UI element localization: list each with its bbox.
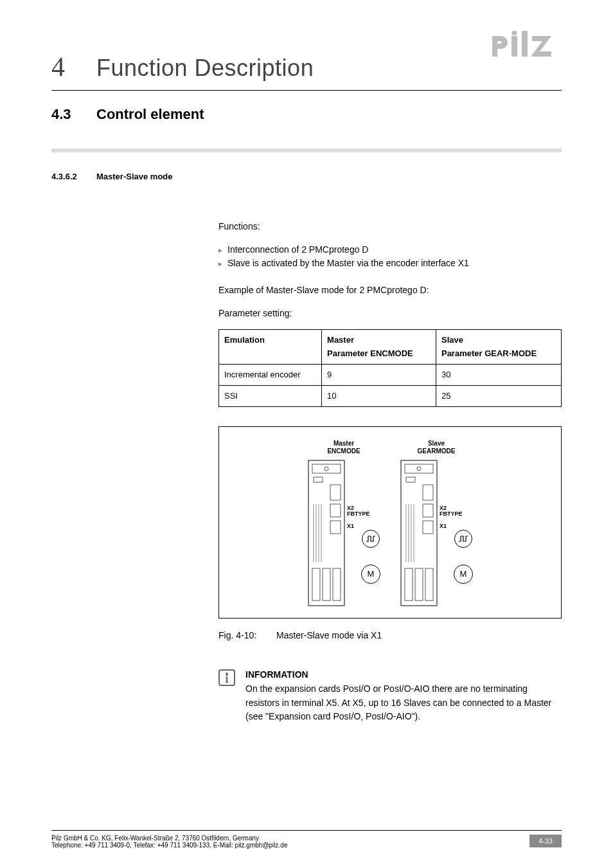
cell: Incremental encoder — [219, 364, 322, 385]
functions-label: Functions: — [218, 220, 562, 234]
info-heading: INFORMATION — [245, 668, 562, 682]
svg-rect-20 — [406, 477, 415, 482]
list-item: Slave is activated by the Master via the… — [218, 257, 562, 271]
svg-rect-23 — [423, 521, 433, 534]
svg-point-1 — [512, 31, 517, 35]
svg-rect-30 — [425, 568, 433, 601]
svg-rect-9 — [330, 521, 341, 534]
cell: 10 — [322, 385, 436, 406]
list-item: Interconnection of 2 PMCprotego D — [218, 243, 562, 257]
cell: SSI — [219, 385, 322, 406]
svg-rect-8 — [330, 504, 341, 517]
divider-bar — [51, 149, 562, 152]
function-bullets: Interconnection of 2 PMCprotego D Slave … — [218, 243, 562, 271]
motor-icon: M — [361, 565, 380, 584]
cell: 9 — [322, 364, 436, 385]
svg-rect-14 — [312, 568, 320, 601]
info-text: On the expansion cards PosI/O or PosI/O-… — [245, 682, 562, 724]
figure-diagram: MasterENCMODE — [218, 426, 562, 619]
svg-rect-16 — [333, 568, 341, 601]
svg-rect-18 — [405, 464, 433, 473]
encoder-pulse-icon — [362, 530, 380, 548]
svg-rect-2 — [522, 31, 528, 57]
section-heading: 4.3 Control element — [51, 106, 562, 123]
table-row: Incremental encoder 9 30 — [219, 364, 562, 385]
slave-label: SlaveGEARMODE — [418, 440, 456, 455]
x1-label: X1 — [347, 523, 354, 529]
chapter-number: 4 — [51, 51, 96, 82]
page-number: 4-33 — [529, 835, 562, 847]
information-box: i INFORMATION On the expansion cards Pos… — [218, 668, 562, 733]
th-master: Master Parameter ENCMODE — [322, 330, 436, 364]
svg-rect-28 — [405, 568, 413, 601]
svg-rect-21 — [423, 485, 433, 500]
section-number: 4.3 — [51, 106, 96, 123]
subsection-title: Master-Slave mode — [96, 172, 173, 181]
svg-rect-0 — [511, 36, 517, 57]
x1-label: X1 — [440, 523, 447, 529]
page-footer: Pilz GmbH & Co. KG, Felix-Wankel-Straße … — [51, 830, 562, 849]
th-emulation: Emulation — [219, 330, 322, 364]
chapter-title: Function Description — [96, 55, 314, 82]
motor-icon: M — [454, 565, 473, 584]
svg-rect-6 — [314, 477, 323, 482]
chapter-header: 4 Function Description — [51, 51, 562, 91]
subsection-heading: 4.3.6.2 Master-Slave mode — [51, 172, 562, 181]
param-label: Parameter setting: — [218, 307, 562, 321]
subsection-number: 4.3.6.2 — [51, 172, 96, 181]
table-row: SSI 10 25 — [219, 385, 562, 406]
x2-fbtype-label: X2 FBTYPE — [440, 505, 463, 517]
brand-logo — [491, 31, 562, 63]
svg-rect-4 — [312, 464, 341, 473]
master-label: MasterENCMODE — [327, 440, 360, 455]
section-title: Control element — [96, 106, 204, 123]
device-icon — [400, 459, 438, 607]
device-icon — [307, 459, 346, 607]
parameter-table: Emulation Master Parameter ENCMODE Slave… — [218, 329, 562, 407]
th-slave: Slave Parameter GEAR-MODE — [436, 330, 561, 364]
cell: 25 — [436, 385, 561, 406]
info-icon: i — [218, 669, 235, 686]
svg-rect-22 — [423, 504, 433, 517]
footer-address: Pilz GmbH & Co. KG, Felix-Wankel-Straße … — [51, 835, 287, 842]
svg-rect-15 — [323, 568, 330, 601]
cell: 30 — [436, 364, 561, 385]
svg-rect-29 — [415, 568, 423, 601]
svg-rect-7 — [330, 485, 341, 500]
figure-caption: Fig. 4-10:Master-Slave mode via X1 — [218, 629, 562, 643]
encoder-pulse-icon — [454, 530, 472, 548]
footer-contact: Telephone: +49 711 3409-0, Telefax: +49 … — [51, 842, 287, 849]
x2-fbtype-label: X2 FBTYPE — [347, 505, 370, 517]
example-text: Example of Master-Slave mode for 2 PMCpr… — [218, 284, 562, 298]
